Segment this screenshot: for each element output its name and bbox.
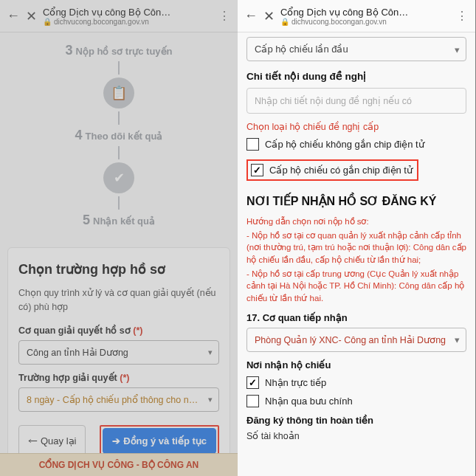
checkbox-no-chip-row[interactable]: Cấp hộ chiếu không gắn chip điện tử: [246, 138, 466, 151]
menu-icon[interactable]: ⋮: [215, 9, 233, 23]
highlight-next: ➔ Đồng ý và tiếp tục: [100, 425, 219, 457]
detail-label: Chi tiết nội dung đề nghị: [246, 70, 466, 82]
back-button[interactable]: 🡐 Quay lại: [18, 425, 86, 457]
continue-button[interactable]: ➔ Đồng ý và tiếp tục: [103, 428, 216, 454]
arrow-right-icon: ➔: [112, 435, 120, 446]
checkbox-direct-row[interactable]: Nhận trực tiếp: [246, 376, 466, 389]
lock-icon: 🔒: [43, 18, 52, 26]
phone-left: ← ✕ Cổng Dịch vụ công Bộ Côn… 🔒 dichvuco…: [0, 0, 238, 476]
guide-head: Hướng dẫn chọn nơi nộp hồ sơ:: [246, 215, 466, 228]
guide-1: - Nộp hồ sơ tại cơ quan quản lý xuất nhậ…: [246, 230, 466, 266]
right-content: Cấp hộ chiếu lần đầu Chi tiết nội dung đ…: [238, 32, 475, 476]
progress-steps: 3Nộp hồ sơ trực tuyến 📋 4Theo dõi kết qu…: [0, 32, 238, 241]
lock-icon: 🔒: [280, 18, 289, 26]
checkbox-chip[interactable]: [251, 164, 263, 176]
browser-header: ← ✕ Cổng Dịch vụ công Bộ Côn… 🔒 dichvuco…: [238, 0, 475, 32]
checkbox-postal-row[interactable]: Nhận qua bưu chính: [246, 395, 466, 407]
detail-input[interactable]: Nhập chi tiết nội dung đề nghị nếu có: [246, 88, 466, 114]
close-icon[interactable]: ✕: [260, 8, 277, 24]
page-title: Cổng Dịch vụ công Bộ Côn…: [280, 7, 450, 18]
agency-label: Cơ quan giải quyết hồ sơ (*): [18, 325, 219, 336]
browser-header: ← ✕ Cổng Dịch vụ công Bộ Côn… 🔒 dichvuco…: [0, 0, 238, 32]
section-receive: NƠI TIẾP NHẬN HỒ SƠ ĐĂNG KÝ: [246, 194, 466, 208]
clipboard-icon: 📋: [103, 77, 134, 108]
card-desc: Chọn quy trình xử lý và cơ quan giải quy…: [18, 286, 219, 314]
menu-icon[interactable]: ⋮: [453, 9, 471, 23]
agency-receive-select[interactable]: Phòng Quản lý XNC- Công an tỉnh Hải Dươn…: [246, 328, 466, 352]
back-icon[interactable]: ←: [4, 8, 22, 24]
agency-select[interactable]: Công an tỉnh Hải Dương: [18, 340, 219, 365]
passport-first-select[interactable]: Cấp hộ chiếu lần đầu: [246, 37, 466, 61]
case-select[interactable]: 8 ngày - Cấp hộ chiếu phổ thông cho ngườ…: [18, 387, 219, 412]
page-url: dichvucong.bocongan.gov.vn: [54, 18, 149, 26]
page-title: Cổng Dịch vụ công Bộ Côn…: [43, 7, 213, 18]
checkbox-postal[interactable]: [246, 395, 259, 407]
card-heading: Chọn trường hợp hồ sơ: [18, 261, 219, 277]
page-url: dichvucong.bocongan.gov.vn: [292, 18, 387, 26]
left-content: 3Nộp hồ sơ trực tuyến 📋 4Theo dõi kết qu…: [0, 32, 238, 476]
check-icon: ✔: [103, 162, 134, 193]
checkbox-no-chip[interactable]: [246, 138, 259, 151]
account-label: Số tài khoản: [246, 430, 466, 441]
close-icon[interactable]: ✕: [22, 8, 40, 24]
label-17: 17. Cơ quan tiếp nhận: [246, 312, 466, 323]
highlight-chip-checkbox: Cấp hộ chiếu có gắn chip điện tử: [246, 159, 418, 181]
passport-type-label: Chọn loại hộ chiếu đề nghị cấp: [246, 121, 466, 132]
guide-2: - Nộp hồ sơ tại cấp trung ương (Cục Quản…: [246, 268, 466, 305]
arrow-left-icon: 🡐: [28, 435, 38, 446]
case-label: Trường hợp giải quyết (*): [18, 372, 219, 383]
back-icon[interactable]: ←: [242, 8, 260, 24]
refund-label: Đăng ký thông tin hoàn tiền: [246, 415, 466, 426]
case-card: Chọn trường hợp hồ sơ Chọn quy trình xử …: [7, 247, 230, 469]
phone-right: ← ✕ Cổng Dịch vụ công Bộ Côn… 🔒 dichvuco…: [238, 0, 475, 476]
footer-bar: CỔNG DỊCH VỤ CÔNG - BỘ CÔNG AN: [0, 453, 238, 476]
receive-loc-label: Nơi nhận hộ chiếu: [246, 359, 466, 370]
checkbox-direct[interactable]: [246, 376, 259, 389]
